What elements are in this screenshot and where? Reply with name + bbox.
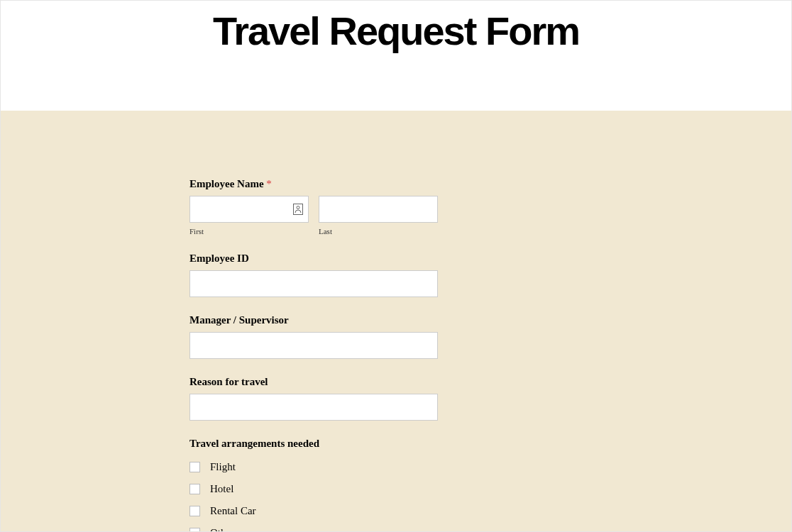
checkbox-hotel[interactable]	[189, 484, 200, 494]
employee-id-group: Employee ID	[189, 253, 438, 297]
manager-group: Manager / Supervisor	[189, 314, 438, 359]
header-section: Travel Request Form	[1, 1, 791, 111]
last-name-input[interactable]	[319, 196, 438, 223]
checkbox-group-flight: Flight	[189, 461, 438, 473]
first-name-wrapper	[189, 196, 309, 223]
checkbox-group-other: Other	[189, 527, 438, 532]
reason-label: Reason for travel	[189, 376, 438, 388]
reason-input[interactable]	[189, 394, 438, 421]
employee-id-input[interactable]	[189, 270, 438, 297]
employee-name-label-text: Employee Name	[189, 178, 264, 189]
manager-input[interactable]	[189, 332, 438, 359]
form-container: Employee Name * First	[189, 178, 438, 532]
employee-name-group: Employee Name * First	[189, 178, 438, 235]
manager-label: Manager / Supervisor	[189, 314, 438, 326]
first-name-col: First	[189, 196, 309, 235]
checkbox-other-label[interactable]: Other	[210, 527, 234, 532]
form-section: Employee Name * First	[1, 111, 791, 532]
checkbox-rental-car-label[interactable]: Rental Car	[210, 505, 256, 517]
checkbox-rental-car[interactable]	[189, 506, 200, 516]
checkbox-flight-label[interactable]: Flight	[210, 461, 236, 473]
arrangements-label: Travel arrangements needed	[189, 438, 438, 450]
last-name-col: Last	[319, 196, 438, 235]
first-name-sublabel: First	[189, 227, 309, 235]
page-title: Travel Request Form	[1, 8, 791, 54]
checkbox-hotel-label[interactable]: Hotel	[210, 483, 233, 495]
checkbox-group-hotel: Hotel	[189, 483, 438, 495]
employee-name-label: Employee Name *	[189, 178, 438, 190]
checkbox-row: Hotel	[189, 483, 438, 495]
checkbox-group-rental-car: Rental Car	[189, 505, 438, 517]
arrangements-group: Travel arrangements needed Flight Hotel …	[189, 438, 438, 532]
name-row: First Last	[189, 196, 438, 235]
reason-group: Reason for travel	[189, 376, 438, 421]
first-name-input[interactable]	[189, 196, 309, 223]
last-name-sublabel: Last	[319, 227, 438, 235]
checkbox-flight[interactable]	[189, 462, 200, 472]
checkbox-row: Rental Car	[189, 505, 438, 517]
required-mark: *	[266, 178, 272, 189]
checkbox-row: Other	[189, 527, 438, 532]
checkbox-other[interactable]	[189, 528, 200, 532]
employee-id-label: Employee ID	[189, 253, 438, 265]
checkbox-row: Flight	[189, 461, 438, 473]
